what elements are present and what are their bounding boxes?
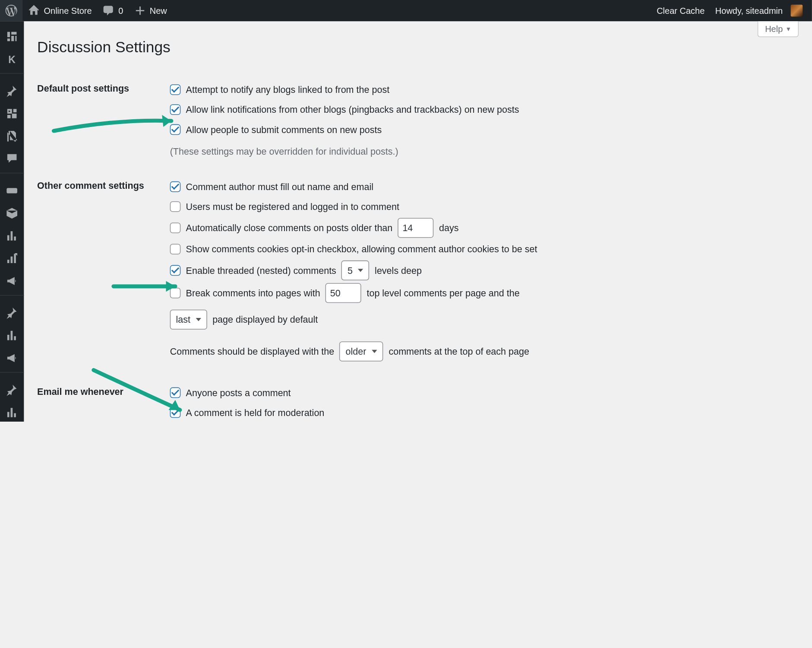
menu-dashboard[interactable] xyxy=(0,25,24,48)
menu-posts2[interactable] xyxy=(0,302,24,324)
menu-analytics3[interactable] xyxy=(0,401,24,422)
section-heading-other: Other comment settings xyxy=(37,167,170,373)
select-default-page[interactable]: last xyxy=(170,310,207,330)
menu-pages[interactable] xyxy=(0,125,24,147)
pages-icon xyxy=(5,130,19,143)
box-icon xyxy=(5,206,19,220)
label-notify-linked-blogs[interactable]: Attempt to notify any blogs linked to fr… xyxy=(186,84,390,95)
bars-up-icon xyxy=(5,252,19,265)
label-require-name-email[interactable]: Comment author must fill out name and em… xyxy=(186,181,373,192)
menu-comments[interactable] xyxy=(0,147,24,170)
settings-page: Help ▼ Discussion Settings Default post … xyxy=(24,21,812,422)
menu-woo[interactable] xyxy=(0,179,24,202)
menu-products[interactable] xyxy=(0,202,24,225)
label-require-registered[interactable]: Users must be registered and logged in t… xyxy=(186,201,399,212)
label-autoclose-post: days xyxy=(439,222,458,233)
checkbox-threaded[interactable] xyxy=(170,265,181,276)
wp-logo[interactable] xyxy=(0,0,22,21)
label-paginate-mid: top level comments per page and the xyxy=(367,288,519,299)
pin-icon xyxy=(5,383,19,397)
menu-megaphone2[interactable] xyxy=(0,347,24,369)
new-content-label: New xyxy=(150,6,167,16)
bars-icon xyxy=(5,329,19,342)
site-name-text: Online Store xyxy=(44,6,92,16)
checkbox-cookies-optin[interactable] xyxy=(170,244,181,254)
section-heading-default: Default post settings xyxy=(37,70,170,167)
checkbox-allow-pingbacks[interactable] xyxy=(170,104,181,115)
comments-link[interactable]: 0 xyxy=(97,0,129,21)
woo-icon xyxy=(5,184,19,197)
menu-posts[interactable] xyxy=(0,80,24,102)
label-threaded-post: levels deep xyxy=(375,265,422,276)
label-paginate-post: page displayed by default xyxy=(212,314,318,325)
menu-analytics2[interactable] xyxy=(0,324,24,346)
howdy-text: Howdy, siteadmin xyxy=(715,6,783,16)
bars-icon xyxy=(5,229,19,243)
my-account[interactable]: Howdy, siteadmin xyxy=(710,0,808,21)
label-threaded-pre[interactable]: Enable threaded (nested) comments xyxy=(186,265,336,276)
megaphone-icon xyxy=(5,352,19,365)
input-comments-per-page[interactable] xyxy=(325,283,361,303)
pin-icon xyxy=(5,84,19,98)
checkbox-email-anyone[interactable] xyxy=(170,388,181,398)
bars-icon xyxy=(5,406,19,419)
default-post-note: (These settings may be overridden for in… xyxy=(170,146,792,157)
clear-cache-link[interactable]: Clear Cache xyxy=(651,0,710,21)
comment-icon xyxy=(102,5,114,17)
comments-icon xyxy=(5,152,19,165)
megaphone-icon xyxy=(5,274,19,288)
menu-analytics[interactable] xyxy=(0,225,24,247)
plus-icon xyxy=(134,5,146,17)
avatar xyxy=(791,5,803,17)
menu-stats[interactable] xyxy=(0,247,24,270)
page-title: Discussion Settings xyxy=(37,38,799,57)
checkbox-notify-linked-blogs[interactable] xyxy=(170,84,181,95)
label-email-moderation[interactable]: A comment is held for moderation xyxy=(186,407,325,418)
admin-menu: K xyxy=(0,21,24,422)
menu-posts3[interactable] xyxy=(0,379,24,401)
checkbox-email-moderation[interactable] xyxy=(170,407,181,418)
checkbox-allow-comments[interactable] xyxy=(170,124,181,135)
checkbox-autoclose[interactable] xyxy=(170,222,181,233)
new-content-link[interactable]: New xyxy=(129,0,173,21)
checkbox-paginate[interactable] xyxy=(170,288,181,299)
select-thread-depth[interactable]: 5 xyxy=(341,260,370,280)
svg-rect-0 xyxy=(6,188,17,193)
pin-icon xyxy=(5,306,19,320)
label-order-post: comments at the top of each page xyxy=(389,346,529,357)
caret-down-icon: ▼ xyxy=(785,25,791,32)
label-autoclose-pre[interactable]: Automatically close comments on posts ol… xyxy=(186,222,393,233)
select-comment-order[interactable]: older xyxy=(340,341,384,361)
menu-kadence[interactable]: K xyxy=(0,48,24,70)
label-email-anyone[interactable]: Anyone posts a comment xyxy=(186,388,291,398)
media-icon xyxy=(5,107,19,121)
help-tab[interactable]: Help ▼ xyxy=(758,21,799,37)
admin-toolbar: Online Store 0 New Clear Cache Howdy, si… xyxy=(0,0,812,21)
label-allow-pingbacks[interactable]: Allow link notifications from other blog… xyxy=(186,104,519,115)
section-heading-email: Email me whenever xyxy=(37,373,170,422)
site-name-link[interactable]: Online Store xyxy=(22,0,97,21)
letter-k-icon: K xyxy=(8,54,16,65)
menu-marketing[interactable] xyxy=(0,270,24,292)
checkbox-require-registered[interactable] xyxy=(170,201,181,212)
input-autoclose-days[interactable] xyxy=(398,218,434,238)
label-allow-comments[interactable]: Allow people to submit comments on new p… xyxy=(186,124,382,135)
home-icon xyxy=(28,5,40,17)
label-cookies-optin[interactable]: Show comments cookies opt-in checkbox, a… xyxy=(186,244,537,254)
wordpress-icon xyxy=(5,5,17,17)
comments-count: 0 xyxy=(118,6,123,16)
label-paginate-pre[interactable]: Break comments into pages with xyxy=(186,288,320,299)
label-order-pre: Comments should be displayed with the xyxy=(170,346,335,357)
dashboard-icon xyxy=(5,30,19,43)
checkbox-require-name-email[interactable] xyxy=(170,181,181,192)
menu-media[interactable] xyxy=(0,102,24,125)
